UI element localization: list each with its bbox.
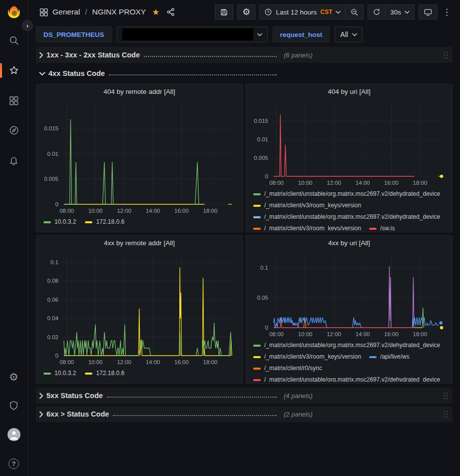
zoom-out-button[interactable] <box>345 4 364 19</box>
svg-text:0.08: 0.08 <box>47 278 58 284</box>
sidebar-item-profile[interactable] <box>4 426 24 443</box>
compass-icon <box>8 125 19 136</box>
row-dots-leader <box>109 70 277 75</box>
share-icon[interactable] <box>166 7 175 16</box>
legend-series-label: 10.0.3.2 <box>54 216 76 228</box>
legend-item[interactable]: 10.0.3.2 <box>43 368 76 379</box>
legend-series-color <box>85 373 92 375</box>
svg-text:18:00: 18:00 <box>203 208 218 214</box>
gear-icon: ⚙ <box>9 372 18 382</box>
dashboard-settings-button[interactable]: ⚙ <box>237 4 255 19</box>
legend-series-color <box>43 221 51 223</box>
svg-text:14:00: 14:00 <box>146 208 160 214</box>
apps-grid-icon <box>8 95 19 106</box>
legend-series-label: /_matrix/client/v3/room_keys/version <box>264 223 361 230</box>
svg-text:14:00: 14:00 <box>356 331 370 337</box>
legend-series-color <box>253 368 261 370</box>
panel-title[interactable]: 4xx by uri [All] <box>250 236 448 250</box>
panel-legend: 10.0.3.2172.18.0.6 <box>40 216 238 228</box>
legend-series-label: /_matrix/client/unstable/org.matrix.msc2… <box>264 340 440 351</box>
grafana-app: › <box>0 0 460 476</box>
row-title: 4xx Status Code <box>48 69 105 77</box>
sidebar-item-help[interactable]: ? <box>4 455 24 472</box>
panel-title[interactable]: 4xx by remote addr [All] <box>40 236 238 250</box>
sidebar-item-server-admin[interactable] <box>4 397 24 414</box>
legend-series-label: /_matrix/client/v3/room_keys/version <box>264 351 361 363</box>
svg-text:08:00: 08:00 <box>269 180 284 186</box>
dashboard-title[interactable]: NGINX PROXY <box>92 7 146 16</box>
legend-item[interactable]: /_matrix/client/v3/room_keys/version <box>253 223 361 230</box>
timeseries-chart: 00.020.040.060.080.108:0010:0012:0014:00… <box>40 250 239 368</box>
row-drag-handle[interactable] <box>443 392 449 400</box>
svg-text:0.01: 0.01 <box>47 151 58 157</box>
time-range-picker[interactable]: Last 12 hours CST <box>259 4 346 19</box>
favorite-star-icon[interactable]: ★ <box>152 7 159 17</box>
legend-item[interactable]: /_matrix/client/unstable/org.matrix.msc2… <box>253 374 440 382</box>
svg-text:0.05: 0.05 <box>257 295 268 301</box>
timezone-label: CST <box>320 8 332 15</box>
search-icon <box>8 35 19 46</box>
clock-icon <box>264 8 272 16</box>
row-drag-handle[interactable] <box>443 410 449 419</box>
variable-select-ds-prometheus[interactable] <box>117 26 268 42</box>
legend-series-color <box>369 356 377 358</box>
refresh-interval-picker[interactable]: 30s <box>385 4 415 19</box>
svg-text:10:00: 10:00 <box>298 180 313 186</box>
chevron-right-icon <box>39 52 43 58</box>
sidebar-item-explore[interactable] <box>4 122 24 139</box>
legend-series-color <box>253 379 261 381</box>
dashboard-body: 1xx - 3xx - 2xx Status Code (6 panels) 4… <box>28 45 460 476</box>
legend-item[interactable]: 10.0.3.2 <box>43 216 76 228</box>
refresh-button[interactable] <box>368 4 386 19</box>
panel-title[interactable]: 404 by remote addr [All] <box>40 84 238 98</box>
chevron-down-icon <box>257 33 262 36</box>
row-5xx[interactable]: 5xx Status Code (4 panels) <box>36 388 453 404</box>
row-1xx-3xx-2xx[interactable]: 1xx - 3xx - 2xx Status Code (6 panels) <box>36 47 453 63</box>
save-dashboard-button[interactable] <box>215 4 233 19</box>
sidebar-item-dashboards[interactable] <box>4 92 24 109</box>
svg-text:0.005: 0.005 <box>254 155 268 161</box>
dashboard-grid-icon <box>39 7 48 17</box>
svg-text:16:00: 16:00 <box>174 359 189 365</box>
grafana-logo[interactable] <box>6 5 21 20</box>
sidebar-expand-button[interactable]: › <box>22 20 33 31</box>
legend-series-label: /_matrix/client/unstable/org.matrix.msc2… <box>264 188 440 200</box>
sidebar: › <box>0 0 28 476</box>
svg-text:16:00: 16:00 <box>174 208 189 214</box>
breadcrumb-section[interactable]: General <box>52 7 80 16</box>
row-4xx[interactable]: 4xx Status Code <box>36 65 453 81</box>
legend-item[interactable]: /api/live/ws <box>369 351 410 363</box>
svg-text:0.1: 0.1 <box>260 265 268 271</box>
help-icon: ? <box>8 459 19 469</box>
legend-series-color <box>253 205 261 207</box>
row-drag-handle[interactable] <box>443 51 449 59</box>
legend-item[interactable]: /_matrix/client/unstable/org.matrix.msc2… <box>253 188 440 200</box>
chevron-down-icon <box>336 10 341 14</box>
sidebar-item-configuration[interactable]: ⚙ <box>4 368 24 385</box>
legend-item[interactable]: /_matrix/client/unstable/org.matrix.msc2… <box>253 211 440 223</box>
variable-select-request-host[interactable]: All <box>335 26 363 42</box>
sidebar-item-alerting[interactable] <box>4 152 24 169</box>
panel-legend: 10.0.3.2172.18.0.6 <box>40 368 238 379</box>
legend-item[interactable]: /_matrix/client/r0/sync <box>253 363 322 374</box>
legend-item[interactable]: /sw.js <box>369 223 395 230</box>
legend-item[interactable]: /_matrix/client/v3/room_keys/version <box>253 351 361 363</box>
legend-item[interactable]: /_matrix/client/v3/room_keys/version <box>253 200 361 211</box>
sidebar-item-search[interactable] <box>4 32 24 49</box>
row-dots-leader <box>113 411 277 416</box>
variables-row: DS_PROMETHEUS request_host All <box>28 24 460 45</box>
legend-item[interactable]: 172.18.0.6 <box>85 216 124 228</box>
legend-item[interactable]: /_matrix/client/unstable/org.matrix.msc2… <box>253 340 440 351</box>
svg-text:0.04: 0.04 <box>47 315 59 321</box>
toolbar: ⚙ Last 12 hours CST <box>215 4 452 19</box>
row-6xx[interactable]: 6xx > Status Code (2 panels) <box>36 406 453 422</box>
tv-mode-button[interactable] <box>419 4 438 19</box>
row-panel-count: (2 panels) <box>284 411 313 418</box>
panel-legend: /_matrix/client/unstable/org.matrix.msc2… <box>250 340 448 382</box>
svg-text:0.01: 0.01 <box>257 136 268 142</box>
breadcrumb-separator: / <box>85 7 87 16</box>
sidebar-item-starred[interactable] <box>4 62 24 79</box>
more-options-button[interactable]: ⋮ <box>442 4 452 19</box>
panel-title[interactable]: 404 by uri [All] <box>250 84 448 98</box>
legend-item[interactable]: 172.18.0.6 <box>85 368 124 379</box>
